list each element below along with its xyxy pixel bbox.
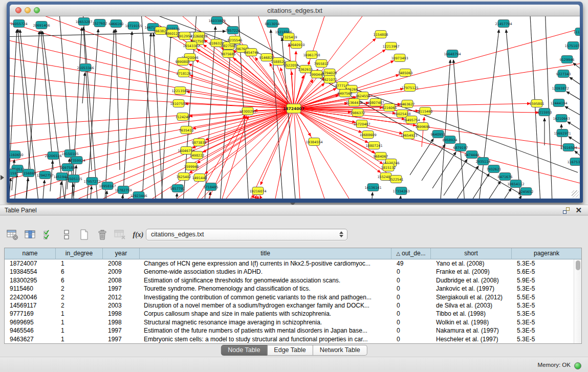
graph-node[interactable]: 8522057 <box>284 61 299 69</box>
table-cell[interactable]: 2008 <box>103 259 140 268</box>
network-window-titlebar[interactable]: citations_edges.txt <box>10 5 580 16</box>
table-cell[interactable]: 1997 <box>103 326 140 335</box>
graph-node[interactable]: 16648794 <box>444 50 461 58</box>
graph-node[interactable]: 8235546 <box>228 36 243 44</box>
graph-node[interactable]: 10688609 <box>359 131 376 139</box>
graph-node[interactable]: 1491440 <box>192 174 207 182</box>
table-cell[interactable]: 1997 <box>103 285 140 293</box>
table-cell[interactable]: 2009 <box>103 268 140 276</box>
table-cell[interactable]: 1 <box>56 259 103 268</box>
graph-node[interactable]: 9699695 <box>416 123 430 130</box>
close-window-icon[interactable] <box>15 7 21 13</box>
graph-node[interactable]: 9684067 <box>374 152 388 160</box>
graph-node[interactable]: 8912954 <box>178 32 192 40</box>
graph-node[interactable]: 13640910 <box>288 41 304 49</box>
table-cell[interactable]: 0 <box>391 318 431 326</box>
table-cell[interactable]: 5.3E-5 <box>512 318 574 326</box>
graph-node[interactable]: 9463627 <box>400 100 415 108</box>
graph-node[interactable]: 10719155 <box>125 22 142 30</box>
table-cell[interactable]: 1998 <box>103 318 140 326</box>
graph-node[interactable]: 18107552 <box>170 100 187 107</box>
graph-node[interactable]: 5718485 <box>204 183 219 191</box>
graph-node[interactable]: 1498222 <box>190 151 205 159</box>
graph-node[interactable]: 16782759 <box>115 186 132 194</box>
table-cell[interactable]: Changes of HCN gene expression and I(f) … <box>140 259 391 268</box>
new-column-icon[interactable] <box>78 229 91 241</box>
left-panel-collapse-arrow-icon[interactable] <box>1 175 4 180</box>
network-canvas[interactable]: 2405572420691406106532871527602646616010… <box>10 16 580 199</box>
graph-node[interactable]: 21457794 <box>495 20 512 28</box>
graph-node[interactable]: 7635410 <box>179 126 194 134</box>
table-cell[interactable]: 0 <box>391 335 431 343</box>
graph-node[interactable]: 8216065 <box>382 104 397 112</box>
table-cell[interactable]: 9465546 <box>5 326 56 335</box>
graph-node[interactable]: 16033809 <box>208 17 225 25</box>
graph-node[interactable]: 1815132 <box>381 164 396 171</box>
graph-node[interactable]: 1621072 <box>322 76 337 83</box>
delete-column-icon[interactable] <box>96 229 109 241</box>
graph-node[interactable]: 17975125 <box>401 84 418 92</box>
table-row[interactable]: 1456911722003Disruption of a novel membe… <box>5 301 574 310</box>
table-cell[interactable]: 0 <box>391 301 431 310</box>
column-header[interactable]: year <box>103 248 140 259</box>
tab-network-table[interactable]: Network Table <box>313 345 367 356</box>
zoom-window-icon[interactable] <box>34 7 40 13</box>
table-cell[interactable]: 0 <box>391 285 431 293</box>
graph-node[interactable]: 18807241 <box>365 142 382 149</box>
graph-node[interactable]: 6497568 <box>338 90 353 97</box>
table-cell[interactable]: Genome-wide association studies in ADHD. <box>140 268 391 276</box>
table-cell[interactable]: 1998 <box>103 310 140 318</box>
column-header[interactable]: title <box>140 248 391 259</box>
graph-node[interactable]: 2718126 <box>177 70 191 77</box>
table-cell[interactable]: Investigating the contribution of common… <box>140 293 391 301</box>
table-row[interactable]: 946554611997Estimation of the future num… <box>5 326 574 335</box>
column-header[interactable]: pagerank <box>512 248 581 259</box>
table-row[interactable]: 977716911998Corpus callosum shape and si… <box>5 310 574 318</box>
table-cell[interactable]: 0 <box>391 310 431 318</box>
table-row[interactable]: 1872400712008Changes of HCN gene express… <box>5 259 574 268</box>
graph-node[interactable]: 9215953 <box>537 108 552 116</box>
graph-node[interactable]: 19654923 <box>400 132 417 139</box>
graph-node[interactable]: 10958167 <box>99 182 116 190</box>
table-cell[interactable]: Yano et al. (2008) <box>431 259 512 268</box>
graph-node[interactable]: 1156869 <box>21 169 36 177</box>
table-cell[interactable]: 5.5E-5 <box>512 293 574 301</box>
graph-node[interactable]: 10654112 <box>507 180 524 188</box>
column-visibility-icon[interactable] <box>24 229 37 241</box>
table-cell[interactable]: 1 <box>56 318 103 326</box>
table-cell[interactable]: Tourette syndrome. Phenomenology and cla… <box>140 285 391 293</box>
graph-node[interactable]: 7986372 <box>351 109 365 117</box>
graph-node[interactable]: 17334263 <box>393 187 409 195</box>
table-cell[interactable]: 19384554 <box>5 268 56 276</box>
graph-node[interactable]: 9875685 <box>221 50 236 58</box>
row-height-icon[interactable] <box>60 229 73 241</box>
graph-node[interactable]: 1117534 <box>574 28 580 36</box>
graph-node[interactable]: 6466160 <box>109 20 124 28</box>
table-cell[interactable]: 1 <box>56 310 103 318</box>
float-panel-icon[interactable] <box>563 207 570 214</box>
table-mode-icon[interactable] <box>6 229 19 241</box>
table-cell[interactable]: 6 <box>56 276 103 285</box>
table-cell[interactable]: Hescheler et al. (1997) <box>431 335 512 343</box>
table-cell[interactable]: Dudbridge et al. (2008) <box>431 276 512 285</box>
table-cell[interactable]: Structural magnetic resonance image aver… <box>140 318 391 326</box>
graph-node[interactable]: 12213589 <box>171 87 188 95</box>
table-cell[interactable]: 9699695 <box>5 318 56 326</box>
graph-node[interactable]: 14136141 <box>364 184 381 191</box>
function-builder-icon[interactable]: f(x) <box>132 229 145 241</box>
table-cell[interactable]: 0 <box>391 326 431 335</box>
checklist-icon[interactable] <box>42 229 55 241</box>
graph-node[interactable]: 2935114 <box>476 158 491 165</box>
table-cell[interactable]: 5.9E-5 <box>512 276 574 285</box>
graph-node[interactable]: 7625402 <box>177 173 191 181</box>
graph-node[interactable]: 15692971 <box>554 129 571 137</box>
graph-node[interactable]: 12213967 <box>382 42 399 50</box>
table-cell[interactable]: 9777169 <box>5 310 56 318</box>
graph-node[interactable]: 16210643 <box>553 115 570 122</box>
graph-node[interactable]: 1595801 <box>530 100 545 107</box>
table-cell[interactable]: 5.3E-5 <box>512 285 574 293</box>
column-header[interactable]: name <box>5 248 56 259</box>
table-cell[interactable]: Disruption of a novel member of a sodium… <box>140 301 391 310</box>
table-cell[interactable]: 5.3E-5 <box>512 310 574 318</box>
table-cell[interactable]: Wolkin et al. (1998) <box>431 318 512 326</box>
